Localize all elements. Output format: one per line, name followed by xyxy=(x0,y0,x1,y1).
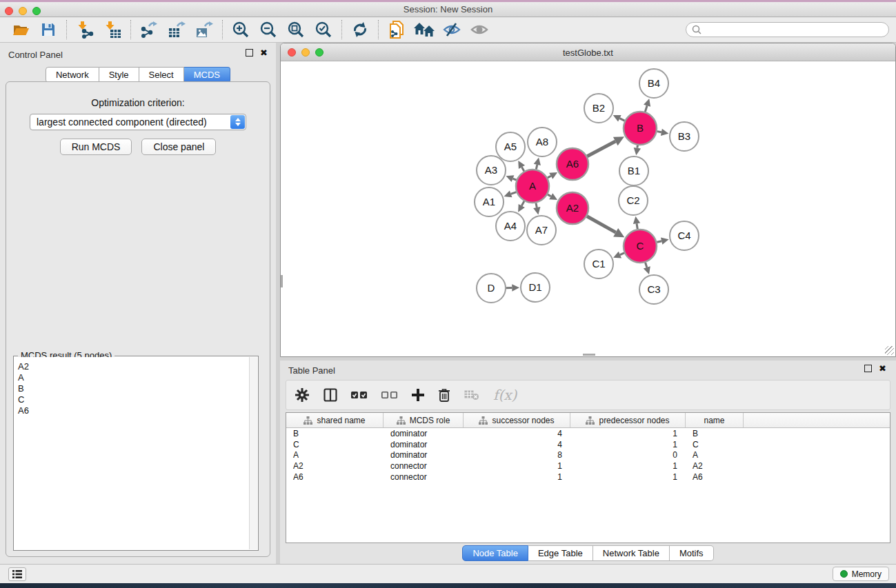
search-area xyxy=(686,22,889,37)
attribute-tree-icon xyxy=(397,416,406,425)
zoom-out-icon[interactable] xyxy=(255,19,282,40)
close-panel-icon[interactable]: ✖ xyxy=(260,49,268,57)
zoom-selected-icon[interactable] xyxy=(310,19,337,40)
graph-node-label: B3 xyxy=(678,130,690,142)
column-header-successor-nodes[interactable]: successor nodes xyxy=(464,413,570,427)
zoom-fit-icon[interactable] xyxy=(282,19,310,40)
column-header-predecessor-nodes[interactable]: predecessor nodes xyxy=(570,413,686,427)
cell-MCDS-role: dominator xyxy=(384,450,464,460)
network-canvas[interactable]: AA1A2A3A4A5A6A7A8BB1B2B3B4CC1C2C3C4DD1 xyxy=(281,61,895,356)
graph-node-label: A1 xyxy=(483,196,495,207)
edge-A-A5[interactable] xyxy=(521,167,524,171)
cell-shared-name: A2 xyxy=(286,461,384,471)
hide-eye-icon[interactable] xyxy=(438,19,466,40)
edge-arrowhead xyxy=(534,157,541,165)
cell-predecessor-nodes: 1 xyxy=(570,472,686,482)
result-item[interactable]: A2 xyxy=(18,361,249,372)
close-table-panel-icon[interactable]: ✖ xyxy=(879,365,886,372)
node-table[interactable]: shared nameMCDS rolesuccessor nodesprede… xyxy=(286,412,890,543)
edge-B-B3[interactable] xyxy=(657,132,661,132)
import-table-icon[interactable] xyxy=(99,19,126,40)
float-panel-icon[interactable] xyxy=(246,49,253,57)
tab-motifs[interactable]: Motifs xyxy=(670,545,714,561)
tab-node-table[interactable]: Node Table xyxy=(462,545,528,561)
deselect-all-icon[interactable] xyxy=(381,390,398,400)
tab-network-table[interactable]: Network Table xyxy=(593,545,670,561)
result-list-scrollbar[interactable] xyxy=(249,357,257,549)
zoom-in-icon[interactable] xyxy=(227,19,255,40)
save-icon[interactable] xyxy=(34,19,62,40)
column-header-name[interactable]: name xyxy=(686,413,744,427)
edge-B-B2[interactable] xyxy=(619,119,624,121)
import-network-icon[interactable] xyxy=(71,19,99,40)
home-icon[interactable] xyxy=(410,19,438,40)
task-history-button[interactable] xyxy=(8,567,26,581)
network-window-titlebar[interactable]: testGlobe.txt xyxy=(281,43,895,61)
memory-button[interactable]: Memory xyxy=(833,567,889,581)
show-eye-icon[interactable] xyxy=(466,19,493,40)
run-mcds-button[interactable]: Run MCDS xyxy=(60,139,132,155)
result-item[interactable]: A xyxy=(18,372,249,383)
column-header-MCDS-role[interactable]: MCDS role xyxy=(384,413,464,427)
table-row[interactable]: Adominator80A xyxy=(286,449,890,460)
add-column-icon[interactable] xyxy=(412,389,424,401)
memory-status-icon xyxy=(840,570,848,578)
table-row[interactable]: A6connector11A6 xyxy=(286,472,890,483)
optimization-criterion-label: Optimization criterion: xyxy=(6,97,270,108)
graph-node-label: C xyxy=(637,240,644,252)
edge-C-C3[interactable] xyxy=(646,263,647,267)
delete-column-icon[interactable] xyxy=(438,388,450,402)
edge-A-A2[interactable] xyxy=(548,194,551,196)
tab-mcds[interactable]: MCDS xyxy=(184,67,230,83)
select-all-icon[interactable] xyxy=(351,390,368,400)
edge-A-A4[interactable] xyxy=(521,201,524,206)
export-image-icon[interactable] xyxy=(190,19,218,40)
toolbar-separator xyxy=(341,20,342,39)
edge-arrowhead xyxy=(634,148,641,155)
search-field[interactable] xyxy=(686,22,889,37)
edge-A-A8[interactable] xyxy=(536,165,537,170)
edge-A-A7[interactable] xyxy=(536,203,537,207)
table-row[interactable]: Bdominator41B xyxy=(286,428,890,439)
horizontal-scroll-indicator[interactable] xyxy=(583,354,595,356)
table-row[interactable]: A2connector11A2 xyxy=(286,460,890,472)
open-folder-icon[interactable] xyxy=(7,19,34,40)
mcds-result-list[interactable]: A2ABCA6 xyxy=(14,357,249,549)
edge-C-C4[interactable] xyxy=(657,241,661,243)
export-table-icon[interactable] xyxy=(163,19,190,40)
search-input[interactable] xyxy=(705,25,883,34)
tab-edge-table[interactable]: Edge Table xyxy=(528,545,593,561)
result-item[interactable]: B xyxy=(18,383,249,394)
cell-MCDS-role: dominator xyxy=(384,429,464,438)
edge-arrowhead xyxy=(512,284,519,291)
tab-select[interactable]: Select xyxy=(139,67,184,83)
column-header-shared-name[interactable]: shared name xyxy=(286,413,384,427)
refresh-icon[interactable] xyxy=(346,19,374,40)
result-item[interactable]: A6 xyxy=(18,405,249,416)
settings-gear-icon[interactable] xyxy=(295,387,310,403)
edge-A-A3[interactable] xyxy=(512,179,516,180)
close-panel-button[interactable]: Close panel xyxy=(141,139,216,155)
edge-A6-B[interactable] xyxy=(587,141,615,156)
tab-network[interactable]: Network xyxy=(46,67,99,83)
table-row[interactable]: Cdominator41C xyxy=(286,439,890,450)
toolbar-separator xyxy=(66,20,67,39)
edge-B-B4[interactable] xyxy=(645,105,647,112)
edge-C-C1[interactable] xyxy=(620,253,624,255)
edge-A2-C[interactable] xyxy=(587,216,616,232)
criterion-dropdown[interactable]: largest connected component (directed) xyxy=(30,114,246,130)
window-resize-grip[interactable] xyxy=(885,346,894,355)
edge-A-A6[interactable] xyxy=(548,176,551,178)
cell-name: B xyxy=(686,429,744,438)
memory-label: Memory xyxy=(852,569,882,579)
vertical-scroll-indicator[interactable] xyxy=(281,275,283,287)
edge-A-A1[interactable] xyxy=(511,192,517,194)
tab-style[interactable]: Style xyxy=(99,67,139,83)
edge-B-B1[interactable] xyxy=(637,145,638,148)
new-session-icon[interactable] xyxy=(383,19,410,40)
edge-C-C2[interactable] xyxy=(637,223,637,229)
split-columns-icon[interactable] xyxy=(323,388,337,402)
float-table-panel-icon[interactable] xyxy=(864,365,872,372)
export-network-icon[interactable] xyxy=(135,19,163,40)
result-item[interactable]: C xyxy=(18,394,249,405)
